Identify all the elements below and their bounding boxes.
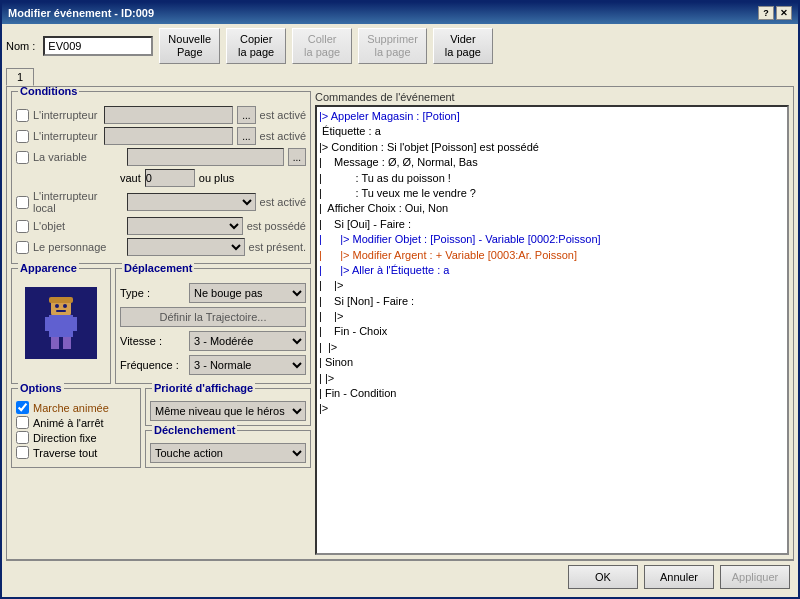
priority-title: Priorité d'affichage xyxy=(152,382,255,394)
tab-1[interactable]: 1 xyxy=(6,68,34,86)
tabs: 1 xyxy=(6,68,794,86)
name-label: Nom : xyxy=(6,40,35,52)
objet-suffix: est possédé xyxy=(247,220,306,232)
clear-page-button[interactable]: Viderla page xyxy=(433,28,493,64)
right-panel: Commandes de l'événement |> Appeler Maga… xyxy=(315,91,789,555)
anime-arret-checkbox[interactable] xyxy=(16,416,29,429)
copy-page-button[interactable]: Copierla page xyxy=(226,28,286,64)
appearance-section: Apparence xyxy=(11,268,111,384)
cmd-line-3: |> Condition : Si l'objet [Poisson] est … xyxy=(319,140,785,155)
personnage-checkbox[interactable] xyxy=(16,241,29,254)
traverse-tout-label: Traverse tout xyxy=(33,447,97,459)
conditions-section: Conditions L'interrupteur ... est activé xyxy=(11,91,311,264)
cmd-line-19: | Fin - Condition xyxy=(319,386,785,401)
vaut-label: vaut xyxy=(120,172,141,184)
new-page-button[interactable]: NouvellePage xyxy=(159,28,220,64)
variable-input[interactable] xyxy=(127,148,284,166)
variable-checkbox[interactable] xyxy=(16,151,29,164)
appearance-preview[interactable] xyxy=(25,287,97,359)
interrupteur1-label: L'interrupteur xyxy=(33,109,100,121)
interrupteur1-suffix: est activé xyxy=(260,109,306,121)
window-title: Modifier événement - ID:009 xyxy=(8,7,154,19)
direction-fixe-checkbox[interactable] xyxy=(16,431,29,444)
objet-select[interactable] xyxy=(127,217,243,235)
svg-point-6 xyxy=(55,304,59,308)
svg-point-7 xyxy=(63,304,67,308)
personnage-select[interactable] xyxy=(127,238,245,256)
close-button[interactable]: ✕ xyxy=(776,6,792,20)
main-window: Modifier événement - ID:009 ? ✕ Nom : No… xyxy=(0,0,800,599)
type-row: Type : Ne bouge pas Aléatoire Vers le hé… xyxy=(120,283,306,303)
cmd-line-5: | : Tu as du poisson ! xyxy=(319,171,785,186)
options-title: Options xyxy=(18,382,64,394)
cmd-line-7: | Afficher Choix : Oui, Non xyxy=(319,201,785,216)
cmd-line-14: | |> xyxy=(319,309,785,324)
ok-button[interactable]: OK xyxy=(568,565,638,589)
condition-row-1: L'interrupteur ... est activé xyxy=(16,106,306,124)
character-sprite xyxy=(31,293,91,353)
cmd-line-16: | |> xyxy=(319,340,785,355)
cmd-line-17: | Sinon xyxy=(319,355,785,370)
marche-animee-checkbox[interactable] xyxy=(16,401,29,414)
interrupteur1-input[interactable] xyxy=(104,106,233,124)
anime-arret-row: Animé à l'arrêt xyxy=(16,416,136,429)
priority-select[interactable]: En-dessous du héros Même niveau que le h… xyxy=(150,401,306,421)
interrupteur2-suffix: est activé xyxy=(260,130,306,142)
cmd-line-13: | Si [Non] - Faire : xyxy=(319,294,785,309)
marche-animee-row: Marche animée xyxy=(16,401,136,414)
cancel-button[interactable]: Annuler xyxy=(644,565,714,589)
paste-page-button[interactable]: Collerla page xyxy=(292,28,352,64)
title-bar: Modifier événement - ID:009 ? ✕ xyxy=(2,2,798,24)
commands-box[interactable]: |> Appeler Magasin : [Potion] Étiquette … xyxy=(315,105,789,555)
svg-rect-9 xyxy=(49,297,73,303)
interrupteur2-btn[interactable]: ... xyxy=(237,127,255,145)
help-button[interactable]: ? xyxy=(758,6,774,20)
options-section: Options Marche animée Animé à l'arrêt Di… xyxy=(11,388,141,468)
variable-btn[interactable]: ... xyxy=(288,148,306,166)
interrupteur2-input[interactable] xyxy=(104,127,233,145)
vaut-input[interactable] xyxy=(145,169,195,187)
objet-checkbox[interactable] xyxy=(16,220,29,233)
svg-rect-5 xyxy=(63,337,71,349)
priority-section: Priorité d'affichage En-dessous du héros… xyxy=(145,388,311,426)
interrupteur1-checkbox[interactable] xyxy=(16,109,29,122)
delete-page-button[interactable]: Supprimerla page xyxy=(358,28,427,64)
cmd-line-4: | Message : Ø, Ø, Normal, Bas xyxy=(319,155,785,170)
personnage-suffix: est présent. xyxy=(249,241,306,253)
direction-fixe-label: Direction fixe xyxy=(33,432,97,444)
personnage-label: Le personnage xyxy=(33,241,123,253)
interrupteur-local-select[interactable] xyxy=(127,193,256,211)
condition-row-6: Le personnage est présent. xyxy=(16,238,306,256)
speed-label: Vitesse : xyxy=(120,335,185,347)
variable-label: La variable xyxy=(33,151,123,163)
cmd-line-11: | |> Aller à l'Étiquette : a xyxy=(319,263,785,278)
traverse-tout-checkbox[interactable] xyxy=(16,446,29,459)
appearance-title: Apparence xyxy=(18,262,79,274)
left-panel: Conditions L'interrupteur ... est activé xyxy=(11,91,311,555)
freq-label: Fréquence : xyxy=(120,359,185,371)
speed-row: Vitesse : 1 - Très lente 2 - Lente 3 - M… xyxy=(120,331,306,351)
type-label: Type : xyxy=(120,287,185,299)
commands-label: Commandes de l'événement xyxy=(315,91,789,103)
displacement-section: Déplacement Type : Ne bouge pas Aléatoir… xyxy=(115,268,311,384)
interrupteur1-btn[interactable]: ... xyxy=(237,106,255,124)
name-input[interactable] xyxy=(43,36,153,56)
trigger-select[interactable]: Touche action Contact avec le héros Cont… xyxy=(150,443,306,463)
cmd-line-9: | |> Modifier Objet : [Poisson] - Variab… xyxy=(319,232,785,247)
cmd-line-1: |> Appeler Magasin : [Potion] xyxy=(319,109,785,124)
toolbar: Nom : NouvellePage Copierla page Collerl… xyxy=(6,28,794,64)
speed-select[interactable]: 1 - Très lente 2 - Lente 3 - Modérée 4 -… xyxy=(189,331,306,351)
freq-select[interactable]: 1 - Très basse 2 - Basse 3 - Normale 4 -… xyxy=(189,355,306,375)
vaut-row: vaut ou plus xyxy=(16,169,306,187)
interrupteur-local-checkbox[interactable] xyxy=(16,196,29,209)
interrupteur-local-label: L'interrupteur local xyxy=(33,190,123,214)
cmd-line-10: | |> Modifier Argent : + Variable [0003:… xyxy=(319,248,785,263)
direction-fixe-row: Direction fixe xyxy=(16,431,136,444)
apply-button[interactable]: Appliquer xyxy=(720,565,790,589)
interrupteur2-checkbox[interactable] xyxy=(16,130,29,143)
define-trajectory-button[interactable]: Définir la Trajectoire... xyxy=(120,307,306,327)
svg-rect-8 xyxy=(56,310,66,312)
svg-rect-2 xyxy=(45,317,53,331)
condition-row-4: L'interrupteur local est activé xyxy=(16,190,306,214)
type-select[interactable]: Ne bouge pas Aléatoire Vers le héros Per… xyxy=(189,283,306,303)
